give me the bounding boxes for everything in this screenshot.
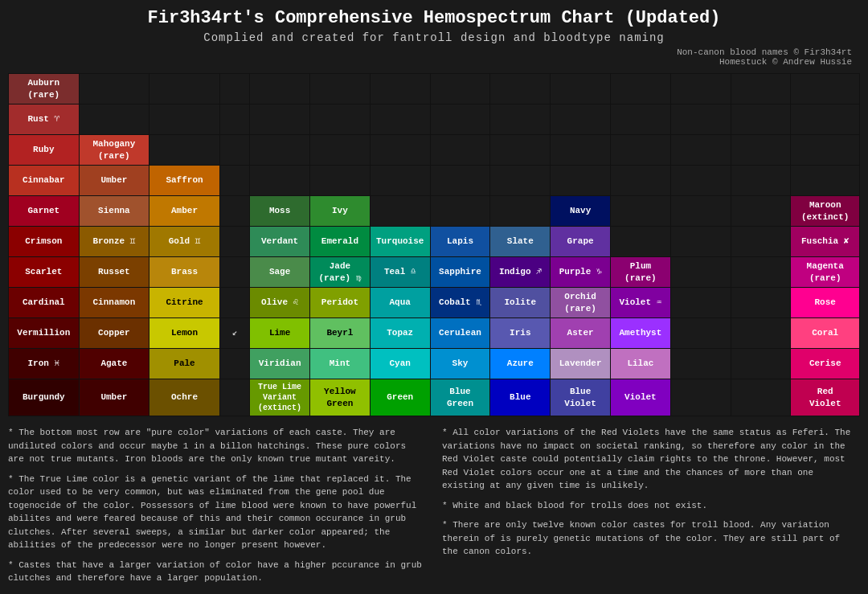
list-item: Russet xyxy=(79,257,149,288)
list-item: Green xyxy=(370,379,430,416)
list-item: Viridian xyxy=(250,349,310,379)
note-2: * The True Lime color is a genetic varia… xyxy=(8,473,426,552)
list-item: Verdant xyxy=(250,227,310,257)
list-item: Olive ♌ xyxy=(250,288,310,318)
list-item: Violet xyxy=(611,379,671,416)
table-row: Scarlet Russet Brass Sage Jade(rare) ♍ T… xyxy=(9,257,860,288)
note-1: * The bottom most row are "pure color" v… xyxy=(8,426,426,466)
list-item: Vermillion xyxy=(9,318,80,349)
list-item: Jade(rare) ♍ xyxy=(310,257,371,288)
copyright: Non-canon blood names © Fir3h34rt Homest… xyxy=(8,47,860,67)
list-item: Lapis xyxy=(430,227,490,257)
table-row: Crimson Bronze ♊ Gold ♊ Verdant Emerald … xyxy=(9,227,860,257)
list-item: Topaz xyxy=(370,318,430,349)
list-item: Iolite xyxy=(490,288,551,318)
list-item: BlueViolet xyxy=(551,379,611,416)
list-item: Moss xyxy=(250,196,310,227)
notes-right: * All color variations of the Red Violet… xyxy=(442,426,860,592)
list-item: Umber xyxy=(79,166,149,196)
list-item: Cerise xyxy=(791,349,860,379)
chart-container: Auburn(rare) Rust ♈ xyxy=(8,73,860,416)
list-item: Burgundy xyxy=(9,379,80,416)
table-row: Vermillion Copper Lemon ↙ Lime Beyrl Top… xyxy=(9,318,860,349)
list-item: Turquoise xyxy=(370,227,430,257)
list-item: Teal ♎ xyxy=(370,257,430,288)
list-item: Umber xyxy=(79,379,149,416)
list-item: Copper xyxy=(79,318,149,349)
list-item: Mahogany(rare) xyxy=(79,135,149,166)
list-item: Navy xyxy=(551,196,611,227)
table-row: Rust ♈ xyxy=(9,104,860,135)
list-item: Bronze ♊ xyxy=(79,227,149,257)
notes-section: * The bottom most row are "pure color" v… xyxy=(8,426,860,592)
list-item: YellowGreen xyxy=(310,379,371,416)
list-item: BlueGreen xyxy=(430,379,490,416)
list-item: Fuschia ✘ xyxy=(791,227,860,257)
arrow-icon: ↙ xyxy=(219,318,249,349)
list-item: Coral xyxy=(791,318,860,349)
list-item: Violet ♒ xyxy=(611,288,671,318)
table-row: Auburn(rare) xyxy=(9,74,860,104)
list-item: Gold ♊ xyxy=(149,227,220,257)
list-item: Purple ♑ xyxy=(551,257,611,288)
list-item: Sage xyxy=(250,257,310,288)
list-item: Aqua xyxy=(370,288,430,318)
list-item: Rose xyxy=(791,288,860,318)
list-item: Citrine xyxy=(149,288,220,318)
page-subtitle: Complied and created for fantroll design… xyxy=(8,31,860,44)
table-row: Garnet Sienna Amber Moss Ivy Navy Maroon… xyxy=(9,196,860,227)
list-item: Sky xyxy=(430,349,490,379)
note-5: * White and black blood for trolls does … xyxy=(442,499,860,513)
page-title: Fir3h34rt's Comprehensive Hemospectrum C… xyxy=(8,8,860,28)
list-item: Scarlet xyxy=(9,257,80,288)
table-row: Cardinal Cinnamon Citrine Olive ♌ Perido… xyxy=(9,288,860,318)
list-item: Blue xyxy=(490,379,551,416)
list-item: Garnet xyxy=(9,196,80,227)
notes-left: * The bottom most row are "pure color" v… xyxy=(8,426,426,592)
table-row: Ruby Mahogany(rare) xyxy=(9,135,860,166)
list-item: Lemon xyxy=(149,318,220,349)
list-item: Cerulean xyxy=(430,318,490,349)
list-item: Sapphire xyxy=(430,257,490,288)
list-item: Ivy xyxy=(310,196,371,227)
list-item: Orchid(rare) xyxy=(551,288,611,318)
list-item: Lime xyxy=(250,318,310,349)
list-item: RedViolet xyxy=(791,379,860,416)
list-item: Indigo ♐ xyxy=(490,257,551,288)
list-item: Cobalt ♏ xyxy=(430,288,490,318)
list-item: Cyan xyxy=(370,349,430,379)
list-item: Azure xyxy=(490,349,551,379)
list-item: Mint xyxy=(310,349,371,379)
list-item: Slate xyxy=(490,227,551,257)
list-item: Emerald xyxy=(310,227,371,257)
hemochart-table: Auburn(rare) Rust ♈ xyxy=(8,73,860,416)
list-item: Cinnabar xyxy=(9,166,80,196)
list-item: Plum(rare) xyxy=(611,257,671,288)
list-item: Crimson xyxy=(9,227,80,257)
note-4: * All color variations of the Red Violet… xyxy=(442,426,860,493)
list-item: Saffron xyxy=(149,166,220,196)
list-item: Iris xyxy=(490,318,551,349)
list-item: True LimeVariant(extinct) xyxy=(250,379,310,416)
list-item: Brass xyxy=(149,257,220,288)
table-row: Cinnabar Umber Saffron xyxy=(9,166,860,196)
list-item: Aster xyxy=(551,318,611,349)
list-item: Grape xyxy=(551,227,611,257)
table-row: Iron ♓ Agate Pale Viridian Mint Cyan Sky… xyxy=(9,349,860,379)
list-item: Pale xyxy=(149,349,220,379)
table-row: Burgundy Umber Ochre True LimeVariant(ex… xyxy=(9,379,860,416)
list-item: Auburn(rare) xyxy=(9,74,80,104)
list-item: Maroon(extinct) xyxy=(791,196,860,227)
list-item: Ochre xyxy=(149,379,220,416)
list-item: Amethyst xyxy=(611,318,671,349)
note-6: * There are only twelve known color cast… xyxy=(442,518,860,559)
list-item: Beyrl xyxy=(310,318,371,349)
list-item: Ruby xyxy=(9,135,80,166)
list-item: Magenta(rare) xyxy=(791,257,860,288)
list-item: Lavender xyxy=(551,349,611,379)
list-item: Rust ♈ xyxy=(9,104,80,135)
list-item: Lilac xyxy=(611,349,671,379)
list-item: Sienna xyxy=(79,196,149,227)
list-item: Iron ♓ xyxy=(9,349,80,379)
list-item: Agate xyxy=(79,349,149,379)
